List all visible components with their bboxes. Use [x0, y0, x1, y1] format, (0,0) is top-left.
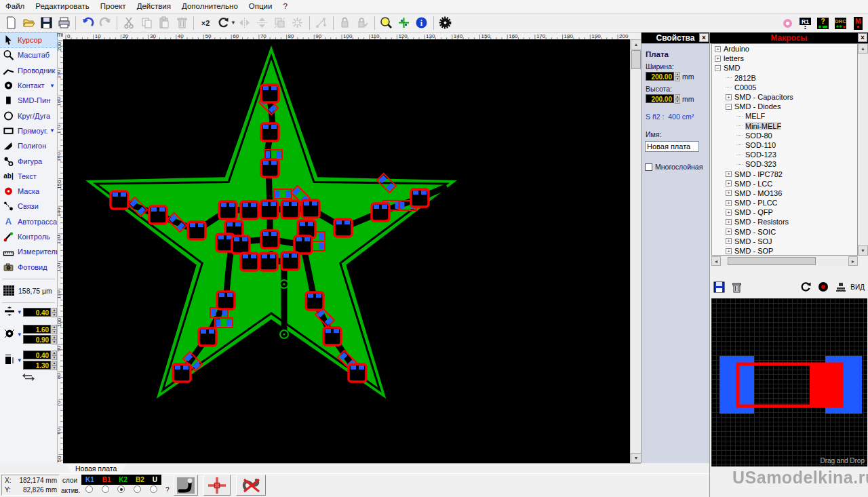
scroll-up-icon[interactable]: ▲ [631, 39, 642, 49]
canvas-vertical-scrollbar[interactable]: ▲ ▼ [630, 39, 641, 463]
menu-item-2[interactable]: Проект [95, 0, 132, 12]
rotate-dropdown-icon[interactable]: ▼ [231, 20, 236, 26]
crosshair-button[interactable] [203, 475, 231, 496]
chevron-down-icon[interactable]: ▼ [17, 357, 23, 363]
menu-item-3[interactable]: Действия [132, 0, 176, 12]
scroll-down-icon[interactable]: ▼ [631, 453, 642, 463]
tree-item-2812b[interactable]: 2812B [712, 73, 857, 83]
tool-polygon[interactable]: Полигон [0, 138, 57, 153]
collapse-icon[interactable]: − [726, 104, 732, 110]
record-view-button[interactable] [815, 279, 831, 295]
expand-icon[interactable]: + [726, 171, 732, 177]
print-button[interactable] [56, 15, 72, 31]
tool-shape[interactable]: Фигура [0, 153, 57, 168]
scrollbar-thumb[interactable] [631, 50, 641, 69]
layer-radio-k1[interactable] [85, 485, 93, 493]
scroll-up-icon[interactable]: ▲ [858, 43, 868, 54]
tree-horizontal-scrollbar[interactable]: ◄ ► [711, 256, 858, 266]
tool-check[interactable]: Контроль [0, 229, 57, 244]
qtest-button[interactable]: ? [814, 15, 831, 31]
chevron-down-icon[interactable]: ▼ [50, 127, 55, 134]
spinner[interactable]: ▲▼ [52, 335, 57, 344]
tree-item-smd[interactable]: −SMD [712, 63, 857, 73]
undo-button[interactable] [79, 15, 96, 31]
drc-button[interactable]: DRCx [832, 15, 848, 31]
expand-icon[interactable]: + [726, 190, 732, 196]
track-width-field[interactable]: 0.40 [23, 308, 52, 317]
expand-icon[interactable]: + [726, 248, 732, 254]
save-macro-button[interactable] [711, 279, 727, 295]
delete-macro-button[interactable] [728, 279, 745, 295]
tool-photo[interactable]: Фотовид [0, 259, 57, 274]
macros-close-button[interactable]: × [858, 33, 867, 42]
menu-item-1[interactable]: Редактировать [30, 0, 94, 12]
x2-button[interactable]: ×2 [197, 15, 214, 31]
tool-pad[interactable]: Контакт▼ [0, 78, 57, 93]
mred-button[interactable]: M [850, 15, 866, 31]
chevron-down-icon[interactable]: ▼ [17, 332, 23, 338]
multilayer-checkbox[interactable] [645, 163, 652, 171]
menu-item-6[interactable]: ? [277, 0, 292, 12]
tree-item-smd-resistors[interactable]: +SMD - Resistors [712, 217, 857, 226]
r1-button[interactable]: R1 [797, 15, 813, 31]
layer-radio-b1[interactable] [102, 485, 109, 493]
board-name-input[interactable] [645, 141, 699, 152]
layer-radio-k2[interactable] [117, 485, 125, 493]
tree-item-melf[interactable]: MELF [712, 111, 857, 121]
layer-radio-b2[interactable] [134, 485, 141, 493]
tree-item-arduino[interactable]: +Arduino [712, 44, 857, 54]
width-spinner[interactable]: ▲▼ [675, 72, 680, 81]
spinner[interactable]: ▲▼ [52, 308, 57, 317]
gear-button[interactable] [437, 15, 454, 31]
tool-cursor[interactable]: Курсор [0, 33, 57, 47]
tree-item-sod-110[interactable]: SOD-110 [712, 140, 857, 150]
tree-item-smd-soj[interactable]: +SMD - SOJ [712, 237, 857, 246]
collapse-icon[interactable]: − [715, 65, 721, 71]
swap-values-button[interactable] [0, 373, 57, 382]
scroll-down-icon[interactable]: ▼ [858, 245, 868, 256]
expand-icon[interactable]: + [726, 200, 732, 206]
macro-preview[interactable]: Drag and Drop [711, 298, 867, 466]
pad-inner-field[interactable]: 0.90 [23, 335, 52, 344]
expand-icon[interactable]: + [715, 56, 721, 62]
expand-icon[interactable]: + [726, 94, 732, 100]
rotate-button[interactable] [215, 15, 231, 31]
menu-item-5[interactable]: Опции [243, 0, 278, 12]
chevron-down-icon[interactable]: ▼ [50, 83, 55, 89]
new-button[interactable] [3, 15, 19, 31]
no-loop-button[interactable] [236, 475, 266, 496]
stamp-view-button[interactable] [833, 279, 849, 295]
expand-icon[interactable]: + [726, 219, 732, 225]
tool-smd[interactable]: SMD-Пин [0, 93, 57, 108]
smd-height-field[interactable]: 1.30 [23, 361, 52, 370]
tree-item-smd-diodes[interactable]: −SMD - Diodes [712, 102, 857, 111]
expand-icon[interactable]: + [726, 210, 732, 216]
refresh-preview-button[interactable] [797, 279, 814, 295]
layer-chip-b1[interactable]: B1 [102, 476, 111, 483]
info-button[interactable]: i [414, 15, 430, 31]
expand-icon[interactable]: + [715, 46, 721, 52]
expand-icon[interactable]: + [726, 238, 732, 244]
menu-item-0[interactable]: Файл [0, 0, 30, 12]
pcb-canvas[interactable] [63, 39, 630, 463]
menu-item-4[interactable]: Дополнительно [176, 0, 243, 12]
expand-icon[interactable]: + [726, 180, 732, 186]
layer-chip-b2[interactable]: B2 [136, 476, 144, 483]
grid-setting-button[interactable]: 158,75 µm [0, 283, 57, 298]
tool-zoomt[interactable]: Масштаб [0, 47, 57, 62]
tool-measure[interactable]: Измеритель [0, 244, 57, 259]
height-spinner[interactable]: ▲▼ [675, 94, 680, 103]
tool-mask[interactable]: Маска [0, 184, 57, 199]
tool-circle[interactable]: Круг/Дуга [0, 108, 57, 123]
properties-close-button[interactable]: × [699, 33, 709, 42]
tree-item-smd-mo136[interactable]: +SMD - MO136 [712, 188, 857, 198]
tree-item-sod-323[interactable]: SOD-323 [712, 159, 857, 169]
tool-rect[interactable]: Прямоуг.▼ [0, 123, 57, 138]
zoom-button[interactable] [378, 15, 395, 31]
layers-help[interactable]: ? [165, 486, 170, 494]
width-field[interactable]: 200.00 [646, 72, 674, 81]
layer-chip-k1[interactable]: K1 [85, 476, 94, 483]
layer-radio-u[interactable] [150, 485, 157, 493]
open-button[interactable] [20, 15, 37, 31]
smd-width-field[interactable]: 0.40 [23, 351, 52, 359]
